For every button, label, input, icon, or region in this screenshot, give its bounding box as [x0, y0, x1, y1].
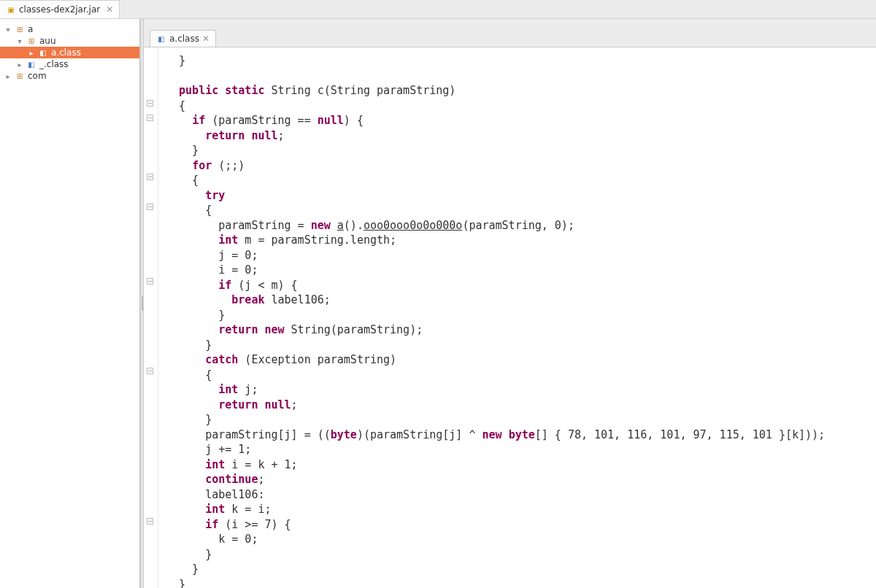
tree-node-auu[interactable]: ▾ ⊞ auu — [0, 35, 139, 47]
fold-toggle-icon[interactable]: − — [147, 174, 153, 180]
package-icon: ⊞ — [26, 36, 36, 46]
tree-label: _.class — [39, 59, 69, 69]
fold-toggle-icon[interactable]: − — [147, 278, 153, 285]
class-icon: ◧ — [38, 47, 48, 58]
tree-node-a[interactable]: ▾ ⊞ a — [0, 23, 139, 35]
editor[interactable]: −−−−−−− } public static String c(String … — [144, 47, 876, 588]
editor-area: ◧ a.class ✕ −−−−−−− } public static Stri… — [144, 19, 876, 588]
editor-tab-label: a.class — [169, 34, 199, 44]
fold-toggle-icon[interactable]: − — [147, 204, 153, 210]
tree-label: a — [28, 24, 33, 34]
tree-node-com[interactable]: ▸ ⊞ com — [0, 70, 139, 82]
project-tab-label: classes-dex2jar.jar — [19, 4, 100, 15]
expand-icon[interactable]: ▸ — [28, 49, 35, 57]
code-view[interactable]: } public static String c(String paramStr… — [158, 47, 876, 588]
tree-node-underscore-class[interactable]: ▸ ◧ _.class — [0, 58, 139, 70]
close-icon[interactable]: ✕ — [106, 4, 113, 15]
project-tab[interactable]: ▣ classes-dex2jar.jar ✕ — [0, 0, 120, 18]
tree-label: com — [28, 71, 47, 81]
expand-icon[interactable]: ▾ — [16, 37, 23, 45]
package-explorer[interactable]: ▾ ⊞ a ▾ ⊞ auu ▸ ◧ a.class ▸ ◧ _.class ▸ … — [0, 19, 140, 588]
close-icon[interactable]: ✕ — [202, 34, 210, 44]
tree-label: a.class — [51, 47, 81, 58]
tree-node-a-class[interactable]: ▸ ◧ a.class — [0, 47, 139, 58]
fold-toggle-icon[interactable]: − — [147, 115, 153, 121]
fold-toggle-icon[interactable]: − — [147, 368, 153, 374]
expand-icon[interactable]: ▸ — [4, 72, 12, 80]
fold-gutter[interactable]: −−−−−−− — [144, 47, 158, 588]
project-tab-bar: ▣ classes-dex2jar.jar ✕ — [0, 0, 876, 19]
expand-icon[interactable]: ▾ — [4, 26, 12, 34]
tree-label: auu — [39, 36, 56, 46]
class-icon: ◧ — [156, 34, 166, 44]
fold-toggle-icon[interactable]: − — [147, 518, 153, 525]
main-area: ▾ ⊞ a ▾ ⊞ auu ▸ ◧ a.class ▸ ◧ _.class ▸ … — [0, 19, 876, 588]
editor-tab[interactable]: ◧ a.class ✕ — [150, 30, 216, 47]
fold-toggle-icon[interactable]: − — [147, 100, 153, 107]
jar-icon: ▣ — [6, 4, 16, 15]
package-icon: ⊞ — [15, 24, 25, 34]
class-icon: ◧ — [26, 59, 36, 69]
editor-tab-bar: ◧ a.class ✕ — [144, 25, 876, 47]
expand-icon[interactable]: ▸ — [16, 61, 23, 69]
package-icon: ⊞ — [15, 71, 25, 81]
